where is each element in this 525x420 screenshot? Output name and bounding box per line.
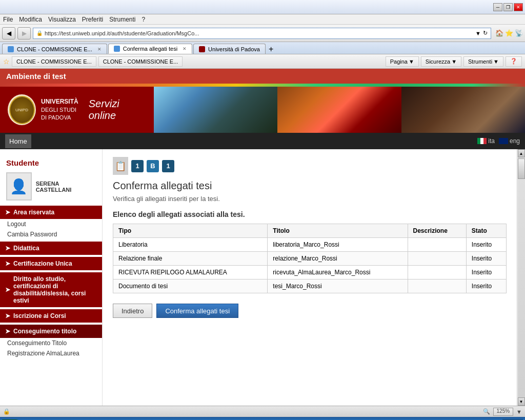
cell-stato: Inserito [466, 266, 506, 279]
university-name: UNIVERSITÀ DEGLI STUDI DI PADOVA [41, 97, 78, 122]
sidebar-section-label-4: Diritto allo studio, certificazioni di d… [13, 275, 97, 304]
restore-button[interactable]: ❐ [503, 3, 513, 11]
tab-3[interactable]: Università di Padova [193, 44, 266, 54]
tabs-bar: CLONE - COMMISSIONE E... ✕ Conferma alle… [0, 42, 525, 54]
sidebar-section-arrow-icon-2: ➤ [5, 245, 10, 252]
sidebar-section-arrow-icon: ➤ [5, 209, 10, 216]
lang-eng[interactable]: eng [499, 137, 520, 145]
sidebar-section-diritto[interactable]: ➤ Diritto allo studio, certificazioni di… [0, 272, 102, 307]
address-dropdown-icon[interactable]: ▼ [475, 30, 481, 36]
favorites-star-icon[interactable]: ☆ [3, 57, 10, 66]
rss-icon[interactable]: 📡 [515, 29, 523, 37]
avatar-icon: 👤 [10, 178, 28, 195]
step-badge-2: 1 [162, 160, 174, 172]
flag-england-icon [499, 138, 508, 144]
pagina-label: Pagina [390, 58, 408, 65]
bookmark-1[interactable]: CLONE - COMMISSIONE E... [12, 56, 96, 67]
header-img-person [401, 87, 525, 133]
nav-home[interactable]: Home [5, 134, 31, 148]
table-row: RICEVUTA RIEPILOGO ALMALAUREAricevuta_Al… [113, 266, 507, 279]
university-logo-section: UNIPD UNIVERSITÀ DEGLI STUDI DI PADOVA S… [0, 87, 154, 133]
university-logo: UNIPD [8, 94, 36, 125]
minimize-button[interactable]: ─ [493, 3, 502, 11]
avatar: 👤 [6, 172, 32, 201]
step-icons: 📋 1 B 1 [113, 157, 507, 175]
col-header-titolo: Titolo [268, 224, 408, 238]
forward-button[interactable]: ▶ [17, 27, 31, 39]
main-layout: Studente 👤 SERENA CASTELLANI ➤ Area rise… [0, 149, 525, 406]
col-header-descrizione: Descrizione [408, 224, 466, 238]
menu-visualizza[interactable]: Visualizza [48, 16, 76, 23]
content-area: 📋 1 B 1 Conferma allegati tesi Verifica … [103, 149, 517, 406]
sidebar-section-arrow-icon-4: ➤ [5, 286, 10, 293]
back-button[interactable]: Indietro [113, 304, 152, 318]
menu-file[interactable]: File [3, 16, 13, 23]
address-bar[interactable]: 🔒 https://test.uniweb.unipd.it/auth/stud… [33, 28, 491, 39]
header-img-observatory [154, 87, 277, 133]
zoom-button[interactable]: 125% [493, 408, 514, 416]
sidebar-link-logout[interactable]: Logout [0, 219, 102, 229]
url-text: https://test.uniweb.unipd.it/auth/studen… [45, 30, 473, 36]
cell-tipo: Liberatoria [113, 238, 268, 252]
sidebar-section-didattica[interactable]: ➤ Didattica [0, 242, 102, 255]
sidebar: Studente 👤 SERENA CASTELLANI ➤ Area rise… [0, 149, 103, 406]
menu-strumenti[interactable]: Strumenti [109, 16, 135, 23]
sidebar-section-conseguimento[interactable]: ➤ Conseguimento titolo [0, 325, 102, 338]
sicurezza-button[interactable]: Sicurezza ▼ [421, 56, 461, 67]
sidebar-link-conseguimento-titolo[interactable]: Conseguimento Titolo [0, 338, 102, 348]
menu-help[interactable]: ? [142, 16, 146, 23]
scroll-up-button[interactable]: ▲ [518, 149, 525, 157]
sidebar-link-cambia-password[interactable]: Cambia Password [0, 229, 102, 239]
help-button[interactable]: ❓ [506, 56, 522, 67]
table-row: Documento di tesitesi_Marco_RossiInserit… [113, 279, 507, 293]
sidebar-section-arrow-icon-6: ➤ [5, 328, 10, 335]
tab-2[interactable]: Conferma allegati tesi ✕ [108, 44, 192, 54]
sidebar-section-certificazione[interactable]: ➤ Certificazione Unica [0, 257, 102, 270]
new-tab-button[interactable]: + [269, 45, 273, 54]
favorites-icon[interactable]: ⭐ [505, 29, 513, 37]
title-bar: ─ ❐ ✕ [0, 0, 525, 14]
lang-ita[interactable]: ita [477, 137, 495, 145]
tab-close-1[interactable]: ✕ [97, 47, 102, 52]
strumenti-label: Strumenti [468, 58, 492, 65]
document-icon: 📋 [113, 157, 128, 175]
menu-modifica[interactable]: Modifica [19, 16, 42, 23]
tab-favicon-1 [8, 46, 14, 52]
sidebar-section-iscrizione[interactable]: ➤ Iscrizione ai Corsi [0, 309, 102, 323]
sidebar-link-registrazione-almalaurea[interactable]: Registrazione AlmaLaurea [0, 348, 102, 358]
tab-1[interactable]: CLONE - COMMISSIONE E... ✕ [2, 44, 107, 54]
scrollbar[interactable]: ▲ ▼ [517, 149, 525, 406]
cell-tipo: Relazione finale [113, 252, 268, 266]
tab-close-2[interactable]: ✕ [183, 46, 187, 51]
home-nav-icon[interactable]: 🏠 [495, 29, 503, 37]
test-banner: Ambiente di test [0, 69, 525, 84]
scroll-down-button[interactable]: ▼ [518, 397, 525, 406]
tab-label-1: CLONE - COMMISSIONE E... [17, 46, 92, 52]
tab-favicon-2 [114, 46, 120, 52]
col-header-stato: Stato [466, 224, 506, 238]
back-button[interactable]: ◀ [2, 27, 15, 39]
tab-label-3: Università di Padova [208, 46, 260, 52]
nav-bar: ◀ ▶ 🔒 https://test.uniweb.unipd.it/auth/… [0, 25, 525, 42]
servizi-label: Servizi online [84, 98, 146, 122]
scroll-thumb[interactable] [518, 158, 525, 179]
zoom-icon: 🔍 [483, 408, 490, 415]
scroll-track[interactable] [518, 157, 525, 397]
confirm-button[interactable]: Conferma allegati tesi [156, 304, 238, 318]
cell-titolo: ricevuta_AlmaLaurea_Marco_Rossi [268, 266, 408, 279]
menu-preferiti[interactable]: Preferiti [82, 16, 103, 23]
bookmark-2[interactable]: CLONE - COMMISSIONE E... [98, 56, 183, 67]
cell-descrizione [408, 238, 466, 252]
cell-titolo: liberatoria_Marco_Rossi [268, 238, 408, 252]
close-button[interactable]: ✕ [514, 3, 523, 11]
pagina-button[interactable]: Pagina ▼ [386, 56, 419, 67]
sidebar-title: Studente [0, 154, 102, 169]
cell-tipo: RICEVUTA RIEPILOGO ALMALAUREA [113, 266, 268, 279]
university-header: UNIPD UNIVERSITÀ DEGLI STUDI DI PADOVA S… [0, 87, 525, 133]
zoom-dropdown-icon[interactable]: ▼ [516, 409, 522, 415]
sicurezza-dropdown-icon: ▼ [451, 58, 457, 65]
refresh-icon[interactable]: ↻ [483, 30, 488, 36]
sidebar-section-area-riservata[interactable]: ➤ Area riservata [0, 206, 102, 219]
strumenti-button[interactable]: Strumenti ▼ [463, 56, 503, 67]
student-name: SERENA CASTELLANI [36, 181, 96, 193]
